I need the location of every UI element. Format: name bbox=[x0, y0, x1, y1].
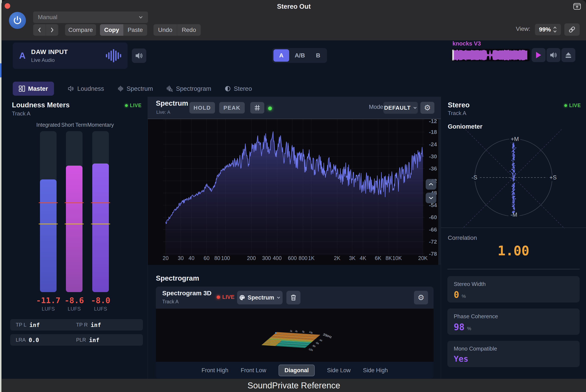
view-side-high[interactable]: Side High bbox=[363, 367, 388, 374]
reference-play-button[interactable] bbox=[532, 48, 546, 62]
view-front-high[interactable]: Front High bbox=[202, 367, 228, 374]
link-button[interactable] bbox=[564, 24, 580, 36]
window-pip-icon[interactable] bbox=[572, 2, 582, 11]
card-unit: % bbox=[467, 326, 472, 332]
card-label: Stereo Width bbox=[454, 281, 573, 288]
divider bbox=[447, 269, 580, 269]
live-dot-icon bbox=[564, 104, 567, 107]
preset-value: Manual bbox=[38, 14, 58, 20]
spectrum-settings-button[interactable]: ⚙ bbox=[420, 102, 434, 114]
db-tick-label: -72 bbox=[419, 238, 437, 245]
previous-preset-button[interactable] bbox=[34, 24, 46, 36]
tab-spectrogram[interactable]: Spectrogram bbox=[166, 82, 211, 96]
spectrum-icon bbox=[118, 86, 124, 92]
stereo-icon bbox=[225, 86, 231, 92]
spectrogram-icon bbox=[166, 86, 173, 92]
spectrum-plot: -12-18-24-30-36-42-48-54-60-66-72-78 203… bbox=[148, 118, 441, 265]
db-tick-label: -30 bbox=[419, 153, 437, 160]
tab-stereo[interactable]: Stereo bbox=[225, 82, 252, 96]
grid-icon bbox=[254, 105, 260, 111]
frequency-tick-label: 8K bbox=[386, 255, 392, 261]
svg-text:-S: -S bbox=[472, 174, 477, 181]
svg-text:20kHz: 20kHz bbox=[322, 332, 332, 339]
play-icon bbox=[536, 52, 542, 59]
undo-button[interactable]: Undo bbox=[154, 24, 177, 36]
meter-target-line-red bbox=[65, 202, 84, 203]
daw-input-subtitle: Live Audio bbox=[31, 57, 68, 63]
spectrogram-settings-button[interactable]: ⚙ bbox=[414, 291, 428, 304]
svg-text:-M: -M bbox=[510, 212, 517, 218]
daw-monitor-button[interactable] bbox=[132, 48, 146, 63]
correlation-value: 1.00 bbox=[441, 243, 586, 258]
chevron-down-icon bbox=[138, 16, 143, 19]
speaker-icon bbox=[550, 52, 558, 59]
daw-input-card[interactable]: A DAW INPUT Live Audio bbox=[13, 42, 128, 69]
frequency-tick-label: 4K bbox=[360, 255, 366, 261]
lra-plr-row: LRA 0.0 PLR inf bbox=[10, 334, 143, 346]
svg-text:5k: 5k bbox=[302, 330, 305, 333]
stereo-panel: Stereo LIVE Track A Goniometer +M-M-S+S … bbox=[441, 97, 586, 379]
paste-button[interactable]: Paste bbox=[123, 24, 147, 36]
tab-loudness[interactable]: Loudness bbox=[68, 82, 104, 96]
stat-label: TP R bbox=[76, 322, 88, 328]
loudness-icon bbox=[68, 86, 74, 92]
plugin-window: Stereo Out Manual bbox=[2, 0, 586, 392]
compare-button[interactable]: Compare bbox=[65, 24, 96, 36]
tab-spectrum[interactable]: Spectrum bbox=[118, 82, 153, 96]
ab-option-a[interactable]: A bbox=[274, 49, 289, 62]
meter-target-line-red bbox=[39, 202, 58, 203]
hold-button[interactable]: HOLD bbox=[190, 102, 215, 114]
svg-text:-10s: -10s bbox=[308, 347, 313, 352]
view-zoom-stepper[interactable]: 99% bbox=[535, 24, 561, 35]
grid-toggle-button[interactable] bbox=[250, 102, 264, 114]
mode-dropdown[interactable]: DEFAULT bbox=[383, 102, 418, 114]
desktop-background: Stereo Out Manual bbox=[0, 0, 586, 392]
palette-dropdown[interactable]: Spectrum bbox=[237, 291, 282, 304]
clear-spectrogram-button[interactable] bbox=[286, 291, 300, 304]
view-side-low[interactable]: Side Low bbox=[327, 367, 350, 374]
frequency-tick-label: 20 bbox=[163, 255, 168, 261]
loudness-live-badge: LIVE bbox=[125, 103, 142, 108]
card-value: 98 bbox=[454, 322, 464, 332]
true-peak-row: TP L inf TP R inf bbox=[10, 319, 143, 330]
redo-button[interactable]: Redo bbox=[177, 24, 201, 36]
svg-text:2k: 2k bbox=[295, 330, 298, 333]
next-preset-button[interactable] bbox=[46, 24, 58, 36]
frequency-tick-label: 40 bbox=[188, 255, 194, 261]
loudness-panel: Loudness Meters LIVE Track A Integrated … bbox=[2, 97, 148, 379]
gear-icon: ⚙ bbox=[418, 294, 424, 302]
power-button[interactable] bbox=[9, 12, 26, 29]
reference-track-name: knocks V3 bbox=[452, 40, 481, 47]
correlation-label: Correlation bbox=[448, 234, 477, 241]
copy-paste-group: Copy Paste bbox=[100, 24, 147, 36]
undo-redo-group: Undo Redo bbox=[154, 24, 201, 36]
svg-text:+S: +S bbox=[550, 174, 557, 181]
range-down-button[interactable] bbox=[426, 192, 436, 203]
tab-master[interactable]: Master bbox=[13, 82, 54, 96]
view-label: View: bbox=[516, 26, 530, 32]
copy-button[interactable]: Copy bbox=[100, 24, 123, 36]
meter-unit: LUFS bbox=[34, 306, 63, 312]
db-tick-label: -18 bbox=[419, 129, 437, 136]
reference-eject-button[interactable] bbox=[561, 48, 575, 62]
range-up-button[interactable] bbox=[426, 179, 436, 190]
frequency-tick-label: 100 bbox=[221, 255, 230, 261]
ab-option-b[interactable]: B bbox=[310, 49, 326, 62]
mode-label: Mode bbox=[369, 104, 383, 110]
view-diagonal[interactable]: Diagonal bbox=[278, 364, 315, 376]
live-label: LIVE bbox=[222, 294, 234, 300]
preset-dropdown[interactable]: Manual bbox=[33, 12, 148, 23]
card-label: Phase Coherence bbox=[454, 313, 573, 320]
ab-option-ab[interactable]: A/B bbox=[289, 49, 310, 62]
reference-waveform[interactable] bbox=[451, 49, 530, 61]
spectrogram-3d-view[interactable]: 1k2k5k10k20kHz-4s-6s-8s-10s bbox=[156, 309, 434, 362]
reference-monitor-button[interactable] bbox=[546, 48, 560, 62]
stepper-arrows-icon bbox=[553, 26, 557, 33]
spectrogram-track-label: Track A bbox=[162, 299, 178, 305]
spectrogram-view-buttons: Front High Front Low Diagonal Side Low S… bbox=[156, 362, 434, 379]
meter-fill bbox=[40, 180, 56, 292]
stat-label: TP L bbox=[16, 322, 26, 328]
ab-compare-toggle: A A/B B bbox=[272, 48, 327, 63]
view-front-low[interactable]: Front Low bbox=[241, 367, 266, 374]
peak-button[interactable]: PEAK bbox=[219, 102, 245, 114]
